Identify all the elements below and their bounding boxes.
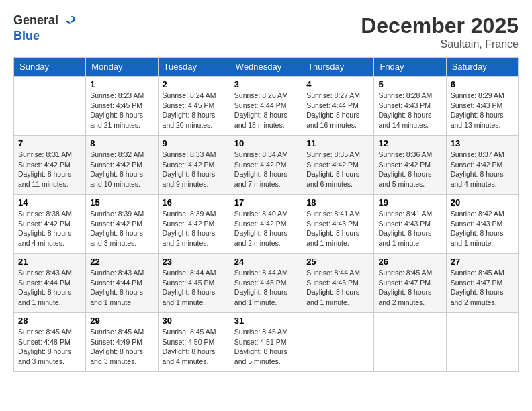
- day-number: 1: [90, 79, 153, 89]
- cell-info: Sunrise: 8:45 AM Sunset: 4:51 PM Dayligh…: [234, 327, 298, 367]
- logo-bird-icon: [63, 14, 78, 29]
- day-number: 28: [18, 316, 81, 326]
- day-number: 23: [163, 257, 226, 267]
- calendar-cell: [374, 313, 446, 372]
- calendar-cell: 11Sunrise: 8:35 AM Sunset: 4:42 PM Dayli…: [302, 136, 374, 195]
- cell-info: Sunrise: 8:44 AM Sunset: 4:45 PM Dayligh…: [163, 268, 226, 308]
- day-number: 16: [163, 197, 226, 208]
- cell-info: Sunrise: 8:23 AM Sunset: 4:45 PM Dayligh…: [90, 91, 153, 130]
- day-number: 2: [163, 79, 226, 89]
- calendar-cell: 19Sunrise: 8:41 AM Sunset: 4:43 PM Dayli…: [374, 195, 446, 254]
- week-row-3: 14Sunrise: 8:38 AM Sunset: 4:42 PM Dayli…: [14, 195, 519, 254]
- day-number: 5: [378, 79, 441, 89]
- cell-info: Sunrise: 8:43 AM Sunset: 4:44 PM Dayligh…: [18, 268, 81, 308]
- title-block: December 2025 Saultain, France: [361, 13, 519, 50]
- calendar-cell: 6Sunrise: 8:29 AM Sunset: 4:43 PM Daylig…: [446, 77, 518, 136]
- cell-info: Sunrise: 8:27 AM Sunset: 4:44 PM Dayligh…: [306, 91, 369, 130]
- cell-info: Sunrise: 8:37 AM Sunset: 4:42 PM Dayligh…: [451, 150, 514, 189]
- calendar-cell: 15Sunrise: 8:39 AM Sunset: 4:42 PM Dayli…: [86, 195, 158, 254]
- day-number: 18: [306, 197, 369, 208]
- calendar-cell: 10Sunrise: 8:34 AM Sunset: 4:42 PM Dayli…: [230, 136, 302, 195]
- calendar-cell: [302, 313, 374, 372]
- week-row-4: 21Sunrise: 8:43 AM Sunset: 4:44 PM Dayli…: [14, 254, 519, 313]
- calendar-cell: 18Sunrise: 8:41 AM Sunset: 4:43 PM Dayli…: [302, 195, 374, 254]
- calendar-cell: 29Sunrise: 8:45 AM Sunset: 4:49 PM Dayli…: [86, 313, 158, 372]
- day-headers-row: SundayMondayTuesdayWednesdayThursdayFrid…: [14, 58, 519, 77]
- day-number: 15: [90, 197, 153, 208]
- cell-info: Sunrise: 8:39 AM Sunset: 4:42 PM Dayligh…: [163, 209, 226, 248]
- location-title: Saultain, France: [361, 38, 519, 50]
- cell-info: Sunrise: 8:44 AM Sunset: 4:46 PM Dayligh…: [306, 268, 369, 308]
- cell-info: Sunrise: 8:24 AM Sunset: 4:45 PM Dayligh…: [163, 91, 226, 130]
- col-header-tuesday: Tuesday: [158, 58, 230, 77]
- calendar-cell: 2Sunrise: 8:24 AM Sunset: 4:45 PM Daylig…: [158, 77, 230, 136]
- cell-info: Sunrise: 8:45 AM Sunset: 4:47 PM Dayligh…: [378, 268, 441, 308]
- cell-info: Sunrise: 8:33 AM Sunset: 4:42 PM Dayligh…: [163, 150, 226, 189]
- calendar-cell: 5Sunrise: 8:28 AM Sunset: 4:43 PM Daylig…: [374, 77, 446, 136]
- calendar-cell: 22Sunrise: 8:43 AM Sunset: 4:44 PM Dayli…: [86, 254, 158, 313]
- calendar-cell: 8Sunrise: 8:32 AM Sunset: 4:42 PM Daylig…: [86, 136, 158, 195]
- day-number: 22: [90, 257, 153, 267]
- calendar-cell: 9Sunrise: 8:33 AM Sunset: 4:42 PM Daylig…: [158, 136, 230, 195]
- cell-info: Sunrise: 8:35 AM Sunset: 4:42 PM Dayligh…: [306, 150, 369, 189]
- col-header-monday: Monday: [86, 58, 158, 77]
- calendar-cell: 17Sunrise: 8:40 AM Sunset: 4:42 PM Dayli…: [230, 195, 302, 254]
- col-header-sunday: Sunday: [14, 58, 86, 77]
- calendar-cell: 27Sunrise: 8:45 AM Sunset: 4:47 PM Dayli…: [446, 254, 518, 313]
- calendar-cell: 20Sunrise: 8:42 AM Sunset: 4:43 PM Dayli…: [446, 195, 518, 254]
- col-header-wednesday: Wednesday: [230, 58, 302, 77]
- col-header-friday: Friday: [374, 58, 446, 77]
- calendar-cell: 28Sunrise: 8:45 AM Sunset: 4:48 PM Dayli…: [14, 313, 86, 372]
- cell-info: Sunrise: 8:32 AM Sunset: 4:42 PM Dayligh…: [90, 150, 153, 189]
- cell-info: Sunrise: 8:31 AM Sunset: 4:42 PM Dayligh…: [18, 150, 81, 189]
- calendar-cell: [446, 313, 518, 372]
- cell-info: Sunrise: 8:42 AM Sunset: 4:43 PM Dayligh…: [451, 209, 514, 248]
- col-header-saturday: Saturday: [446, 58, 518, 77]
- calendar-cell: 16Sunrise: 8:39 AM Sunset: 4:42 PM Dayli…: [158, 195, 230, 254]
- calendar-cell: 13Sunrise: 8:37 AM Sunset: 4:42 PM Dayli…: [446, 136, 518, 195]
- day-number: 21: [18, 257, 81, 267]
- calendar-cell: 12Sunrise: 8:36 AM Sunset: 4:42 PM Dayli…: [374, 136, 446, 195]
- day-number: 6: [451, 79, 514, 89]
- day-number: 27: [451, 257, 514, 267]
- calendar-cell: 30Sunrise: 8:45 AM Sunset: 4:50 PM Dayli…: [158, 313, 230, 372]
- day-number: 25: [306, 257, 369, 267]
- calendar-cell: 26Sunrise: 8:45 AM Sunset: 4:47 PM Dayli…: [374, 254, 446, 313]
- cell-info: Sunrise: 8:40 AM Sunset: 4:42 PM Dayligh…: [234, 209, 298, 248]
- cell-info: Sunrise: 8:36 AM Sunset: 4:42 PM Dayligh…: [378, 150, 441, 189]
- day-number: 13: [451, 138, 514, 148]
- day-number: 20: [451, 197, 514, 208]
- day-number: 10: [234, 138, 298, 148]
- cell-info: Sunrise: 8:45 AM Sunset: 4:50 PM Dayligh…: [163, 327, 226, 367]
- day-number: 9: [163, 138, 226, 148]
- calendar-cell: 25Sunrise: 8:44 AM Sunset: 4:46 PM Dayli…: [302, 254, 374, 313]
- cell-info: Sunrise: 8:43 AM Sunset: 4:44 PM Dayligh…: [90, 268, 153, 308]
- day-number: 8: [90, 138, 153, 148]
- day-number: 31: [234, 316, 298, 326]
- calendar-table: SundayMondayTuesdayWednesdayThursdayFrid…: [13, 57, 519, 372]
- day-number: 26: [378, 257, 441, 267]
- day-number: 3: [234, 79, 298, 89]
- cell-info: Sunrise: 8:41 AM Sunset: 4:43 PM Dayligh…: [378, 209, 441, 248]
- calendar-cell: 3Sunrise: 8:26 AM Sunset: 4:44 PM Daylig…: [230, 77, 302, 136]
- day-number: 7: [18, 138, 81, 148]
- logo-line1: General: [13, 13, 78, 29]
- logo: General Blue: [13, 13, 78, 43]
- cell-info: Sunrise: 8:41 AM Sunset: 4:43 PM Dayligh…: [306, 209, 369, 248]
- calendar-cell: 14Sunrise: 8:38 AM Sunset: 4:42 PM Dayli…: [14, 195, 86, 254]
- calendar-cell: 23Sunrise: 8:44 AM Sunset: 4:45 PM Dayli…: [158, 254, 230, 313]
- col-header-thursday: Thursday: [302, 58, 374, 77]
- cell-info: Sunrise: 8:39 AM Sunset: 4:42 PM Dayligh…: [90, 209, 153, 248]
- logo-line2: Blue: [13, 29, 78, 43]
- day-number: 30: [163, 316, 226, 326]
- logo-blue-text: Blue: [13, 29, 40, 42]
- calendar-cell: [14, 77, 86, 136]
- cell-info: Sunrise: 8:45 AM Sunset: 4:47 PM Dayligh…: [451, 268, 514, 308]
- cell-info: Sunrise: 8:28 AM Sunset: 4:43 PM Dayligh…: [378, 91, 441, 130]
- day-number: 4: [306, 79, 369, 89]
- week-row-5: 28Sunrise: 8:45 AM Sunset: 4:48 PM Dayli…: [14, 313, 519, 372]
- day-number: 14: [18, 197, 81, 208]
- cell-info: Sunrise: 8:38 AM Sunset: 4:42 PM Dayligh…: [18, 209, 81, 248]
- calendar-cell: 7Sunrise: 8:31 AM Sunset: 4:42 PM Daylig…: [14, 136, 86, 195]
- cell-info: Sunrise: 8:29 AM Sunset: 4:43 PM Dayligh…: [451, 91, 514, 130]
